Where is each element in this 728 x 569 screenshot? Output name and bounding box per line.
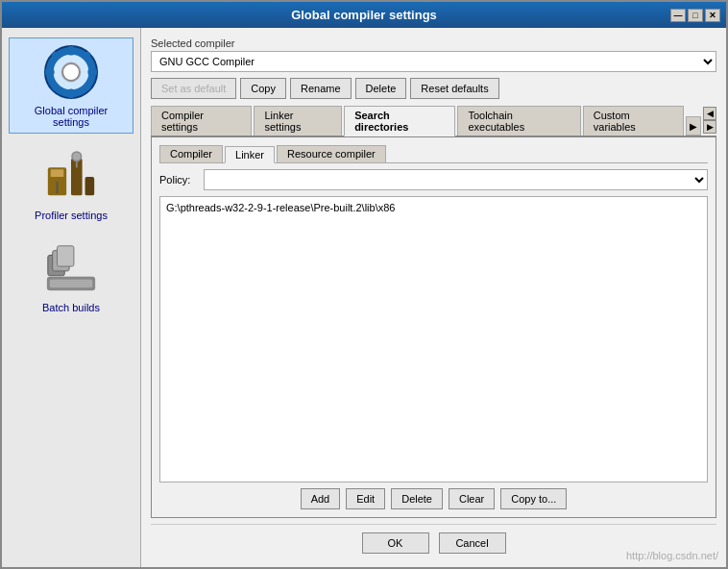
policy-label: Policy: <box>159 174 198 186</box>
bottom-buttons: OK Cancel <box>151 524 716 557</box>
maximize-button[interactable]: □ <box>688 9 703 22</box>
close-button[interactable]: ✕ <box>705 9 720 22</box>
svg-rect-18 <box>85 177 95 195</box>
compiler-buttons-row: Set as default Copy Rename Delete Reset … <box>151 78 716 99</box>
directory-list[interactable]: G:\pthreads-w32-2-9-1-release\Pre-built.… <box>159 196 708 482</box>
main-content: Global compilersettings Profiler settin <box>2 28 726 567</box>
tab-linker-settings[interactable]: Linker settings <box>254 106 342 136</box>
sidebar-label-global-compiler: Global compilersettings <box>35 105 108 128</box>
add-button[interactable]: Add <box>301 488 341 509</box>
delete-dir-button[interactable]: Delete <box>391 488 443 509</box>
selected-compiler-label: Selected compiler <box>151 37 716 49</box>
svg-point-11 <box>62 63 79 80</box>
cancel-button[interactable]: Cancel <box>439 532 506 554</box>
minimize-button[interactable]: — <box>670 9 686 22</box>
svg-rect-21 <box>58 246 74 266</box>
sidebar-item-batch-builds[interactable]: Batch builds <box>9 235 133 318</box>
policy-select[interactable] <box>204 169 708 190</box>
sub-tab-linker[interactable]: Linker <box>225 146 275 163</box>
compiler-select-row: GNU GCC Compiler <box>151 51 716 72</box>
sub-tab-resource-compiler[interactable]: Resource compiler <box>277 145 386 162</box>
tab-scroll-right[interactable]: ▶ <box>703 120 716 134</box>
copy-button[interactable]: Copy <box>240 78 286 99</box>
tab-custom-variables[interactable]: Custom variables <box>583 106 684 136</box>
main-window: Global compiler settings — □ ✕ <box>0 0 728 569</box>
sub-tabs-row: Compiler Linker Resource compiler <box>159 145 708 163</box>
title-bar-controls: — □ ✕ <box>670 9 720 22</box>
sidebar-label-profiler: Profiler settings <box>35 210 108 221</box>
tab-scroll-left[interactable]: ◀ <box>703 107 716 120</box>
selected-compiler-section: Selected compiler GNU GCC Compiler <box>151 37 716 72</box>
tab-toolchain-executables[interactable]: Toolchain executables <box>457 106 580 136</box>
right-panel: Selected compiler GNU GCC Compiler Set a… <box>141 28 726 567</box>
rename-button[interactable]: Rename <box>290 78 352 99</box>
window-title: Global compiler settings <box>291 8 437 22</box>
tab-search-directories[interactable]: Search directories <box>344 106 455 136</box>
reset-defaults-button[interactable]: Reset defaults <box>410 78 498 99</box>
batch-builds-icon <box>42 240 100 298</box>
tab-compiler-settings[interactable]: Compiler settings <box>151 106 252 136</box>
sidebar: Global compilersettings Profiler settin <box>2 28 141 567</box>
svg-rect-4 <box>68 88 74 98</box>
sub-tab-compiler[interactable]: Compiler <box>159 145 223 162</box>
sidebar-item-global-compiler[interactable]: Global compilersettings <box>9 37 133 134</box>
dir-entry-0: G:\pthreads-w32-2-9-1-release\Pre-built.… <box>164 201 703 214</box>
ok-button[interactable]: OK <box>362 532 429 554</box>
tab-overflow-button[interactable]: ▶ <box>686 116 701 136</box>
set-as-default-button[interactable]: Set as default <box>151 78 236 99</box>
svg-rect-13 <box>51 169 64 177</box>
compiler-select[interactable]: GNU GCC Compiler <box>151 51 716 72</box>
svg-rect-5 <box>45 69 55 75</box>
sidebar-item-profiler[interactable]: Profiler settings <box>9 143 133 226</box>
delete-button[interactable]: Delete <box>355 78 407 99</box>
clear-button[interactable]: Clear <box>449 488 495 509</box>
title-bar: Global compiler settings — □ ✕ <box>2 2 726 28</box>
main-tabs-container: Compiler settings Linker settings Search… <box>151 105 716 137</box>
profiler-icon <box>42 148 100 206</box>
svg-point-16 <box>72 152 82 161</box>
dir-buttons-row: Add Edit Delete Clear Copy to... <box>159 488 708 509</box>
svg-rect-23 <box>50 280 92 288</box>
gear-icon <box>42 43 100 101</box>
svg-rect-3 <box>68 46 74 56</box>
policy-row: Policy: <box>159 169 708 190</box>
edit-button[interactable]: Edit <box>346 488 385 509</box>
sidebar-label-batch-builds: Batch builds <box>42 302 100 313</box>
tab-content: Compiler Linker Resource compiler Policy… <box>151 137 716 518</box>
svg-rect-6 <box>87 69 97 75</box>
copy-to-button[interactable]: Copy to... <box>500 488 567 509</box>
